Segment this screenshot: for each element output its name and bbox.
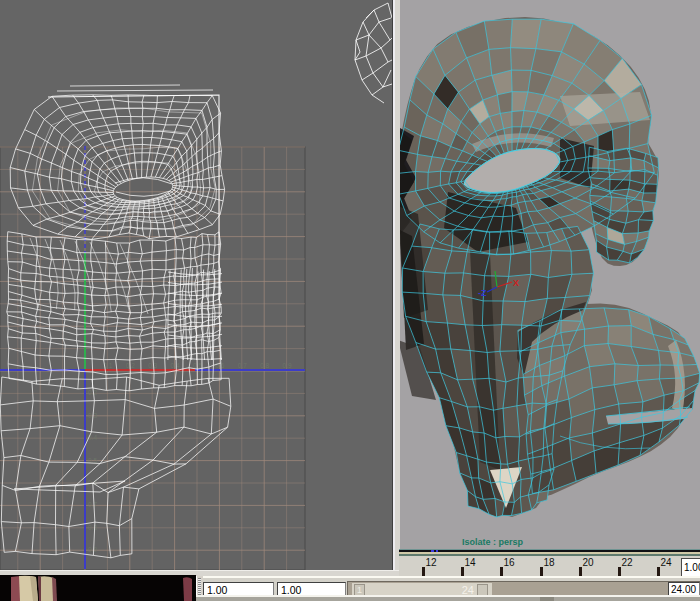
svg-text:0.7: 0.7	[88, 501, 97, 508]
svg-text:0.8: 0.8	[88, 524, 97, 531]
svg-text:-Z: -Z	[478, 288, 487, 298]
svg-text:0.3: 0.3	[148, 362, 157, 369]
svg-text:X: X	[513, 278, 519, 288]
svg-text:0.5: 0.5	[193, 362, 202, 369]
svg-text:0.9: 0.9	[88, 546, 97, 553]
svg-text:0.7: 0.7	[238, 362, 247, 369]
svg-text:0.2: 0.2	[88, 389, 97, 396]
svg-text:0.4: 0.4	[88, 434, 97, 441]
svg-text:0.9: 0.9	[283, 362, 292, 369]
svg-text:0.8: 0.8	[260, 362, 269, 369]
svg-text:0.4: 0.4	[171, 362, 180, 369]
